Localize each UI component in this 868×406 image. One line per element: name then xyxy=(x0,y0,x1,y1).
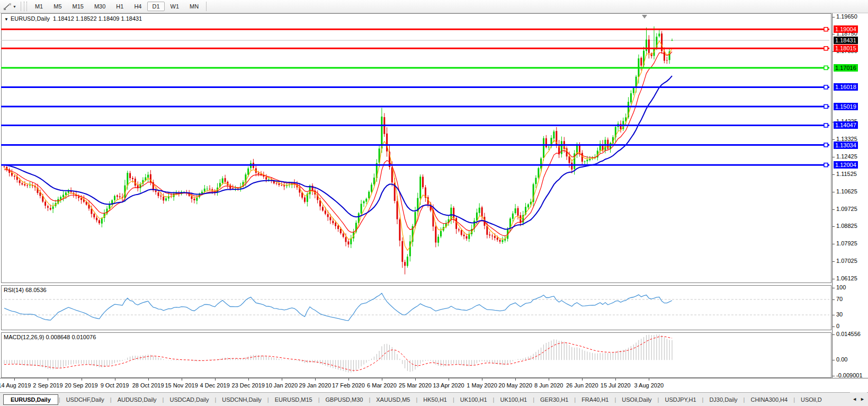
timeframe-button-h4[interactable]: H4 xyxy=(129,2,146,11)
symbol-tab-gbpusd-m30[interactable]: GBPUSD,M30 xyxy=(320,395,368,404)
symbol-tab-usoil-daily[interactable]: USOil,Daily xyxy=(616,395,657,404)
timeframe-button-m5[interactable]: M5 xyxy=(49,2,66,11)
price-axis-tick-mark xyxy=(833,174,835,175)
date-axis-tick-mark xyxy=(282,378,282,381)
trading-platform-window: ▼ M1M5M15M30H1H4D1W1MN ▼EURUSD,Daily 1.1… xyxy=(0,0,868,406)
symbol-tab-audusd-daily[interactable]: AUDUSD,Daily xyxy=(112,395,162,404)
date-axis-tick-mark xyxy=(415,378,416,381)
drawing-tool-button[interactable]: ▼ xyxy=(1,2,19,11)
price-axis-tick-mark xyxy=(833,244,835,244)
level-price-badge: 1.12004 xyxy=(834,161,858,169)
symbol-tab-uk100-h1[interactable]: UK100,H1 xyxy=(455,395,493,404)
tab-scroll-left-icon[interactable]: ◄ xyxy=(852,396,857,402)
rsi-indicator-label: RSI(14) 68.0536 xyxy=(4,287,47,293)
rsi-axis-tick-label: 70 xyxy=(836,296,843,302)
date-axis-label: 17 Feb 2020 xyxy=(329,382,368,389)
price-axis-tick-label: 1.07925 xyxy=(836,240,857,246)
date-axis-tick-mark xyxy=(315,378,316,381)
date-axis-label: 25 Mar 2020 xyxy=(396,382,434,389)
toolbar-separator xyxy=(206,2,207,11)
level-price-badge: 1.16018 xyxy=(834,83,858,91)
trendline-tool-icon xyxy=(3,3,12,10)
level-price-badge: 1.14047 xyxy=(834,121,858,129)
symbol-tab-china300-h4[interactable]: CHINA300,H4 xyxy=(745,395,793,404)
level-price-badge: 1.15019 xyxy=(834,103,858,110)
symbol-tab-eurusd-daily[interactable]: EURUSD,Daily xyxy=(3,394,58,405)
price-axis-tick-label: 1.07025 xyxy=(836,258,857,264)
price-axis-tick-mark xyxy=(833,226,835,227)
level-price-badge: 1.13034 xyxy=(834,142,858,149)
macd-axis-tick-label: 0.00 xyxy=(836,356,847,363)
timeframe-button-mn[interactable]: MN xyxy=(185,2,203,11)
date-axis-label: 2 Sep 2019 xyxy=(29,382,67,389)
price-axis-tick-mark xyxy=(833,279,835,279)
timeframe-button-m1[interactable]: M1 xyxy=(30,2,48,11)
symbol-tab-usdchf-daily[interactable]: USDCHF,Daily xyxy=(61,395,110,404)
symbol-tab-fra40-h1[interactable]: FRA40,H1 xyxy=(576,395,614,404)
price-chart-canvas[interactable] xyxy=(0,13,832,284)
date-axis-label: 15 Nov 2019 xyxy=(163,382,201,389)
date-axis-label: 26 Jun 2020 xyxy=(563,382,601,389)
timeframe-button-d1[interactable]: D1 xyxy=(147,2,164,11)
macd-indicator-canvas[interactable] xyxy=(0,332,832,378)
date-axis-tick-mark xyxy=(48,378,48,381)
symbol-tab-eurusd-m15[interactable]: EURUSD,M15 xyxy=(270,395,318,404)
collapse-triangle-icon[interactable]: ▼ xyxy=(4,17,8,22)
date-axis-label: 4 Dec 2019 xyxy=(196,382,234,389)
date-axis-label: 6 Mar 2020 xyxy=(363,382,401,389)
date-axis-label: 9 Oct 2019 xyxy=(96,382,134,389)
symbol-tab-usdcad-daily[interactable]: USDCAD,Daily xyxy=(164,395,214,404)
tab-scroll-right-icon[interactable]: ► xyxy=(860,396,865,402)
date-axis-tick-mark xyxy=(115,378,115,381)
price-axis-tick-label: 1.12425 xyxy=(836,153,857,160)
macd-axis-tick-mark xyxy=(833,376,835,376)
price-axis-tick-label: 1.08825 xyxy=(836,223,857,229)
date-axis-tick-mark xyxy=(449,378,449,381)
symbol-tab-dj30-daily[interactable]: DJ30,Daily xyxy=(704,395,742,404)
symbol-tab-ger30-h1[interactable]: GER30,H1 xyxy=(535,395,574,404)
date-axis-tick-mark xyxy=(549,378,549,381)
date-axis-label: 29 Jan 2020 xyxy=(296,382,334,389)
current-price-badge: 1.18431 xyxy=(834,37,858,44)
price-axis: 1.196501.187501.178501.142251.133251.124… xyxy=(832,13,868,378)
rsi-axis-tick-mark xyxy=(833,315,835,315)
date-axis-label: 1 May 2020 xyxy=(463,382,501,389)
level-price-badge: 1.19004 xyxy=(834,25,858,33)
price-axis-tick-label: 1.11525 xyxy=(836,171,857,177)
date-axis-label: 15 Jul 2020 xyxy=(596,382,634,389)
symbol-tab-usdcnh-daily[interactable]: USDCNH,Daily xyxy=(217,395,267,404)
timeframe-button-m30[interactable]: M30 xyxy=(90,2,110,11)
date-axis-label: 8 Jun 2020 xyxy=(530,382,568,389)
macd-indicator-label: MACD(12,26,9) 0.008648 0.010076 xyxy=(4,334,96,340)
date-axis-label: 23 Dec 2019 xyxy=(229,382,267,389)
rsi-axis-tick-mark xyxy=(833,299,835,300)
timeframe-button-h1[interactable]: H1 xyxy=(111,2,128,11)
timeframe-button-w1[interactable]: W1 xyxy=(166,2,184,11)
date-axis-label: 3 Aug 2020 xyxy=(630,382,668,389)
timeframe-button-group: M1M5M15M30H1H4D1W1MN xyxy=(30,2,204,11)
date-axis: 14 Aug 20192 Sep 201920 Sep 20199 Oct 20… xyxy=(0,378,868,393)
date-axis-tick-mark xyxy=(148,378,149,381)
price-axis-tick-mark xyxy=(833,34,835,34)
rsi-axis-tick-mark xyxy=(833,326,835,327)
toolbar-separator xyxy=(21,2,21,11)
symbol-tab-bar: EURUSD,Daily|USDCHF,Daily|AUDUSD,Daily|U… xyxy=(0,392,868,406)
date-axis-tick-mark xyxy=(82,378,82,381)
rsi-axis-tick-label: 0 xyxy=(836,323,839,329)
rsi-axis-tick-mark xyxy=(833,288,835,288)
symbol-tab-xauusd-m5[interactable]: XAUUSD,M5 xyxy=(371,395,415,404)
date-axis-tick-mark xyxy=(14,378,15,381)
rsi-axis-tick-label: 100 xyxy=(836,284,846,290)
symbol-tab-usoil-d[interactable]: USOil,D xyxy=(795,395,827,404)
timeframe-button-m15[interactable]: M15 xyxy=(68,2,88,11)
rsi-axis-tick-label: 30 xyxy=(836,311,843,317)
symbol-tab-uk100-h1[interactable]: UK100,H1 xyxy=(495,395,532,404)
symbol-tab-usdjpy-h1[interactable]: USDJPY,H1 xyxy=(659,395,701,404)
date-axis-label: 13 Apr 2020 xyxy=(429,382,468,389)
price-axis-tick-mark xyxy=(833,157,835,157)
chevron-down-icon[interactable]: ▼ xyxy=(13,5,16,8)
toolbar-grip-handle[interactable] xyxy=(24,2,27,11)
symbol-tab-hk50-h1[interactable]: HK50,H1 xyxy=(418,395,452,404)
level-price-badge: 1.17016 xyxy=(834,64,858,72)
rsi-indicator-canvas[interactable] xyxy=(0,285,832,330)
